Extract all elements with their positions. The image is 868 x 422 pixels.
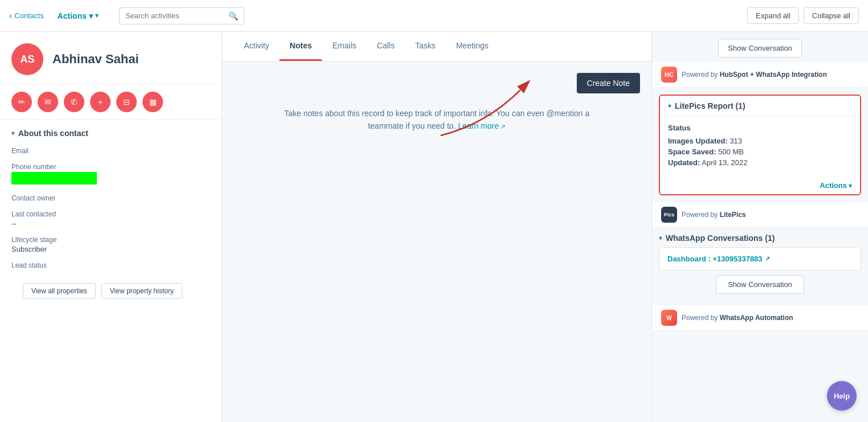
litepics-powered-label: Powered by LitePics <box>682 211 746 219</box>
hubspot-powered-by: HC Powered by HubSpot + WhatsApp Integra… <box>652 62 868 88</box>
hubspot-powered-label: Powered by HubSpot + WhatsApp Integratio… <box>682 71 827 79</box>
show-conv-bottom-wrapper: Show Conversation <box>659 275 861 294</box>
about-section: ▾ About this contact Email Phone number … <box>0 120 222 319</box>
tab-calls[interactable]: Calls <box>366 32 405 61</box>
updated-row: Updated: April 13, 2022 <box>668 158 852 167</box>
tab-active-indicator <box>279 59 322 61</box>
expand-all-button[interactable]: Expand all <box>747 7 799 24</box>
add-button[interactable]: + <box>90 92 111 112</box>
phone-button[interactable]: ✆ <box>64 92 84 112</box>
notes-content-area: Create Note Take notes about this record… <box>222 62 651 422</box>
lead-status-field-group: Lead status <box>11 261 210 269</box>
about-title: About this contact <box>18 129 88 138</box>
tab-activity[interactable]: Activity <box>234 32 279 61</box>
email-field-group: Email <box>11 147 210 155</box>
center-content: Activity Notes Emails Calls Tasks Meetin… <box>222 32 651 422</box>
right-sidebar: Show Conversation HC Powered by HubSpot … <box>651 32 868 422</box>
last-contacted-value: -- <box>11 219 210 228</box>
view-buttons: View all properties View property histor… <box>11 277 210 310</box>
show-conversation-bottom-button[interactable]: Show Conversation <box>716 275 804 294</box>
calendar-button[interactable]: ▦ <box>142 92 163 112</box>
last-contacted-label: Last contacted <box>11 210 210 218</box>
view-property-history-button[interactable]: View property history <box>101 283 182 299</box>
lifecycle-value: Subscriber <box>11 245 210 253</box>
lead-status-label: Lead status <box>11 261 210 269</box>
litepics-card-body: Status Images Updated: 313 Space Saved: … <box>660 116 860 176</box>
phone-label: Phone number <box>11 163 210 171</box>
email-label: Email <box>11 147 210 155</box>
litepics-report-title: LitePics Report (1) <box>675 101 745 110</box>
litepics-card-header[interactable]: ▾ LitePics Report (1) <box>660 96 860 116</box>
tab-meetings[interactable]: Meetings <box>446 32 499 61</box>
view-all-properties-button[interactable]: View all properties <box>23 283 96 299</box>
whatsapp-powered-label: Powered by WhatsApp Automation <box>682 314 793 322</box>
litepics-card-footer: Actions <box>660 176 860 194</box>
whatsapp-powered-by: W Powered by WhatsApp Automation <box>652 305 868 331</box>
whatsapp-section: ▾ WhatsApp Conversations (1) Dashboard :… <box>659 228 861 298</box>
left-sidebar: AS Abhinav Sahai ✏ ✉ ✆ + ⊟ ▦ ▾ About thi… <box>0 32 222 422</box>
phone-value <box>11 172 97 185</box>
whatsapp-conv-card: Dashboard : +13095337883 <box>659 247 861 271</box>
owner-label: Contact owner <box>11 194 210 202</box>
edit-button[interactable]: ✏ <box>11 92 32 112</box>
show-conversation-top-button[interactable]: Show Conversation <box>718 39 802 58</box>
contact-name: Abhinav Sahai <box>52 52 139 67</box>
help-button[interactable]: Help <box>827 381 857 411</box>
whatsapp-auto-icon: W <box>661 310 677 326</box>
status-title: Status <box>668 124 852 132</box>
about-chevron-icon: ▾ <box>11 129 15 137</box>
images-updated-row: Images Updated: 313 <box>668 137 852 145</box>
action-icons-row: ✏ ✉ ✆ + ⊟ ▦ <box>0 85 222 120</box>
top-bar: Contacts Actions ▾ 🔍 Expand all Collapse… <box>0 0 868 32</box>
search-icon: 🔍 <box>229 11 238 21</box>
tab-notes[interactable]: Notes <box>279 32 322 61</box>
about-header[interactable]: ▾ About this contact <box>11 129 210 138</box>
avatar: AS <box>11 43 43 75</box>
tab-notes-wrapper: Notes <box>279 32 322 61</box>
chat-button[interactable]: ⊟ <box>116 92 137 112</box>
lifecycle-field-group: Lifecycle stage Subscriber <box>11 236 210 253</box>
whatsapp-conv-link[interactable]: Dashboard : +13095337883 <box>667 255 853 263</box>
hubspot-icon: HC <box>661 67 677 83</box>
collapse-all-button[interactable]: Collapse all <box>804 7 859 24</box>
expand-collapse-controls: Expand all Collapse all <box>747 7 859 24</box>
litepics-icon: Pics <box>661 207 677 223</box>
litepics-report-card: ▾ LitePics Report (1) Status Images Upda… <box>659 95 861 195</box>
whatsapp-header[interactable]: ▾ WhatsApp Conversations (1) <box>659 228 861 247</box>
space-saved-row: Space Saved: 500 MB <box>668 148 852 156</box>
litepics-powered-by: Pics Powered by LitePics <box>652 202 868 228</box>
lifecycle-label: Lifecycle stage <box>11 236 210 244</box>
last-contacted-field-group: Last contacted -- <box>11 210 210 228</box>
search-input[interactable] <box>125 11 224 20</box>
search-box: 🔍 <box>119 7 244 24</box>
learn-more-link[interactable]: Learn more <box>458 121 506 130</box>
create-note-button[interactable]: Create Note <box>577 73 640 93</box>
whatsapp-title: WhatsApp Conversations (1) <box>666 233 775 243</box>
notes-empty-state: Take notes about this record to keep tra… <box>266 107 608 133</box>
actions-button[interactable]: Actions ▾ <box>58 11 99 21</box>
owner-field-group: Contact owner <box>11 194 210 202</box>
litepics-actions-button[interactable]: Actions <box>820 181 852 190</box>
tab-emails[interactable]: Emails <box>322 32 366 61</box>
litepics-chevron-icon: ▾ <box>668 102 671 110</box>
whatsapp-chevron-icon: ▾ <box>659 234 662 242</box>
email-button[interactable]: ✉ <box>38 92 58 112</box>
contacts-back-link[interactable]: Contacts <box>9 11 44 21</box>
tabs-bar: Activity Notes Emails Calls Tasks Meetin… <box>222 32 651 62</box>
contact-header: AS Abhinav Sahai <box>0 32 222 85</box>
phone-field-group: Phone number <box>11 163 210 186</box>
tab-tasks[interactable]: Tasks <box>405 32 446 61</box>
